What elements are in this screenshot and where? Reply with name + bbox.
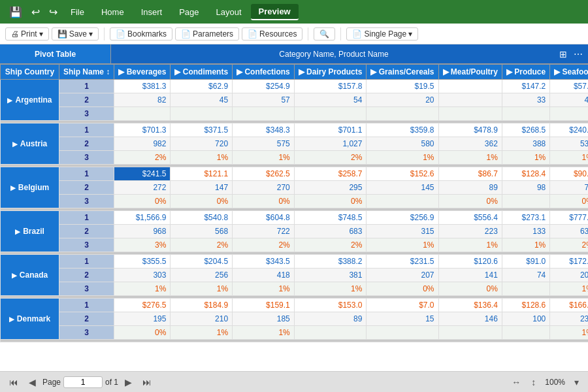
data-cell: 272: [114, 181, 171, 195]
menu-home[interactable]: Home: [93, 5, 132, 20]
print-dropdown-arrow: ▾: [39, 29, 43, 39]
data-cell: 575: [233, 137, 295, 151]
data-cell: 256: [171, 269, 233, 282]
data-cell: 0%: [550, 195, 588, 208]
expand-arrow-icon[interactable]: ▶: [9, 316, 14, 323]
data-cell: 1%: [550, 151, 588, 165]
zoom-dropdown-arrow[interactable]: ▾: [570, 376, 583, 389]
toolbar-separator-2: [308, 27, 308, 41]
data-cell: 295: [294, 181, 367, 195]
row-number-cell: 1: [59, 123, 114, 137]
resources-button[interactable]: 📄 Resources: [242, 27, 302, 41]
row-number-cell: 3: [59, 151, 114, 165]
row-number-cell: 1: [59, 167, 114, 181]
data-cell: 533: [550, 137, 588, 151]
data-cell: 100: [502, 312, 549, 326]
expand-arrow-icon[interactable]: ▶: [10, 184, 16, 191]
data-cell: $343.5: [233, 255, 295, 269]
save-icon[interactable]: 💾: [5, 3, 26, 21]
col-header-ship-name: Ship Name ↕: [59, 65, 114, 80]
data-cell: 1%: [171, 151, 233, 165]
menu-insert[interactable]: Insert: [133, 5, 171, 20]
row-number-cell: 3: [59, 195, 114, 208]
expand-arrow-icon[interactable]: ▶: [15, 228, 20, 235]
data-cell: 89: [438, 181, 502, 195]
menu-preview[interactable]: Preview: [251, 4, 299, 20]
last-page-button[interactable]: ⏭: [139, 376, 155, 389]
data-cell: $91.0: [502, 255, 549, 269]
data-cell: $90.6: [550, 167, 588, 181]
data-cell: $268.5: [502, 123, 549, 137]
save-icon: 💾: [57, 29, 67, 39]
data-cell: 968: [114, 225, 171, 238]
data-cell: $348.3: [233, 123, 295, 137]
resources-icon: 📄: [248, 29, 257, 39]
row-number-cell: 2: [59, 93, 114, 107]
pivot-grid-icon[interactable]: ⊞: [557, 48, 570, 61]
data-cell: [294, 107, 367, 121]
data-cell: [438, 93, 502, 107]
data-cell: $120.6: [438, 255, 502, 269]
data-cell: 381: [294, 269, 367, 282]
data-cell: $777.4: [550, 211, 588, 225]
data-cell: 1%: [233, 151, 295, 165]
col-header-grains: ▶ Grains/Cereals: [367, 65, 438, 80]
data-cell: 2%: [294, 151, 367, 165]
row-number-cell: 2: [59, 137, 114, 151]
data-cell: 0%: [438, 282, 502, 296]
data-cell: 1%: [550, 326, 588, 340]
prev-page-button[interactable]: ◀: [25, 376, 40, 389]
redo-icon[interactable]: ↪: [45, 3, 61, 21]
data-cell: 0%: [294, 195, 367, 208]
parameters-button[interactable]: 📄 Parameters: [175, 27, 239, 41]
data-cell: 195: [114, 312, 171, 326]
data-cell: [438, 107, 502, 121]
fit-width-button[interactable]: ↔: [508, 376, 525, 389]
table-row: 31%1%1%1%0%0%1%: [1, 282, 589, 296]
expand-arrow-icon[interactable]: ▶: [12, 272, 17, 279]
data-cell: $254.9: [233, 80, 295, 93]
expand-arrow-icon[interactable]: ▶: [7, 97, 12, 104]
data-cell: $540.8: [171, 211, 233, 225]
data-cell: 147: [171, 181, 233, 195]
menu-file[interactable]: File: [63, 5, 92, 20]
data-cell: 0%: [233, 195, 295, 208]
data-cell: $121.1: [171, 167, 233, 181]
data-cell: $153.0: [294, 299, 367, 312]
fit-height-button[interactable]: ↕: [527, 376, 540, 389]
table-row: ▶Denmark1$276.5$184.9$159.1$153.0$7.0$13…: [1, 299, 589, 312]
row-number-cell: 3: [59, 107, 114, 121]
data-cell: 303: [114, 269, 171, 282]
menu-layout[interactable]: Layout: [208, 5, 250, 20]
data-cell: 580: [367, 137, 438, 151]
data-cell: 1%: [438, 238, 502, 252]
data-cell: $128.4: [502, 167, 549, 181]
expand-arrow-icon[interactable]: ▶: [12, 140, 18, 148]
pagination-bar: ⏮ ◀ Page of 1 ▶ ⏭ ↔ ↕ 100% ▾: [0, 371, 588, 392]
save-button[interactable]: 💾 Save ▾: [52, 27, 99, 41]
data-cell: $62.9: [171, 80, 233, 93]
page-label: Page: [42, 378, 61, 387]
data-cell: $1,566.9: [114, 211, 171, 225]
first-page-button[interactable]: ⏮: [5, 376, 22, 389]
data-cell: $273.1: [502, 211, 549, 225]
col-header-dairy: ▶ Dairy Products: [294, 65, 367, 80]
page-number-input[interactable]: [63, 376, 103, 388]
next-page-button[interactable]: ▶: [121, 376, 136, 389]
data-cell: $86.7: [438, 167, 502, 181]
data-cell: 74: [502, 269, 549, 282]
data-cell: $204.5: [171, 255, 233, 269]
col-header-beverages: ▶ Beverages: [114, 65, 171, 80]
search-icon: 🔍: [319, 29, 329, 39]
search-button[interactable]: 🔍: [314, 27, 335, 41]
data-cell: 15: [367, 312, 438, 326]
undo-icon[interactable]: ↩: [27, 3, 44, 21]
pivot-menu-icon[interactable]: ⋯: [571, 48, 585, 61]
bookmarks-button[interactable]: 📄 Bookmarks: [110, 27, 172, 41]
row-number-cell: 1: [59, 80, 114, 93]
menu-page[interactable]: Page: [171, 5, 206, 20]
data-cell: $128.6: [502, 299, 549, 312]
data-cell: $159.1: [233, 299, 295, 312]
single-page-button[interactable]: 📄 Single Page ▾: [346, 27, 418, 41]
print-button[interactable]: 🖨 Print ▾: [5, 27, 49, 41]
